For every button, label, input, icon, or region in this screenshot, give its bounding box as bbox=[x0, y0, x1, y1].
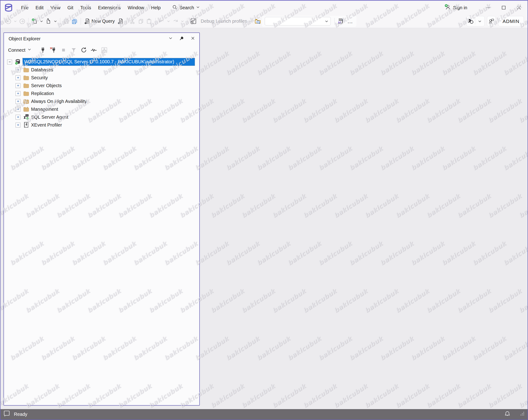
expand-expander[interactable] bbox=[15, 75, 20, 80]
object-explorer-toolbar: Connect bbox=[4, 45, 199, 56]
chevron-down-icon[interactable] bbox=[196, 5, 200, 11]
pin-icon[interactable] bbox=[180, 36, 184, 41]
sign-in-label: Sign in bbox=[453, 5, 467, 11]
tree-row-server-objects[interactable]: Server Objects bbox=[4, 82, 199, 89]
toolbar-separator bbox=[81, 18, 81, 25]
tree-node-label[interactable]: Security bbox=[31, 75, 48, 80]
connect-button[interactable]: Connect bbox=[8, 48, 25, 53]
sign-in-button[interactable]: Sign in bbox=[444, 4, 467, 12]
sql-server-agent-icon bbox=[23, 114, 30, 120]
people-icon[interactable] bbox=[467, 17, 475, 26]
new-query-icon[interactable] bbox=[83, 17, 91, 26]
connect-chevron-icon[interactable] bbox=[27, 48, 32, 53]
xevent-profiler-icon bbox=[23, 122, 30, 128]
collapse-expander[interactable] bbox=[7, 60, 12, 64]
expand-expander[interactable] bbox=[15, 99, 20, 104]
expand-expander[interactable] bbox=[15, 115, 20, 120]
navigate-forward-button[interactable] bbox=[18, 17, 26, 26]
filter-button[interactable] bbox=[69, 46, 78, 54]
server-node-label[interactable]: W25SQL25NOD1 (SQL Server 17.0.1000.7 - B… bbox=[23, 58, 195, 66]
tree-row-management[interactable]: Management bbox=[4, 105, 199, 113]
feedback-button[interactable] bbox=[487, 16, 496, 26]
notifications-bell-icon[interactable] bbox=[504, 410, 511, 418]
tree-row-replication[interactable]: Replication bbox=[4, 89, 199, 97]
expand-expander[interactable] bbox=[15, 107, 20, 112]
object-explorer-tree: W25SQL25NOD1 (SQL Server 17.0.1000.7 - B… bbox=[4, 56, 199, 129]
new-file-chevron[interactable] bbox=[39, 17, 44, 26]
available-databases-combobox[interactable] bbox=[265, 17, 331, 25]
window-position-chevron-icon[interactable] bbox=[168, 36, 173, 41]
tree-row-sql-server-agent[interactable]: SQL Server Agent bbox=[4, 113, 199, 121]
panel-title: Object Explorer bbox=[9, 36, 41, 41]
maximize-button[interactable] bbox=[496, 2, 511, 13]
resize-grip[interactable] bbox=[519, 411, 525, 418]
open-file-chevron[interactable] bbox=[53, 17, 58, 26]
object-explorer-details-button[interactable] bbox=[100, 46, 109, 54]
menu-git[interactable]: Git bbox=[64, 3, 77, 12]
close-button[interactable] bbox=[511, 2, 527, 13]
close-panel-icon[interactable] bbox=[191, 36, 195, 41]
minimize-button[interactable] bbox=[481, 2, 496, 13]
object-explorer-panel: Object Explorer bbox=[3, 33, 200, 406]
tree-node-label[interactable]: Always On High Availability bbox=[31, 99, 87, 104]
account-button[interactable]: ADMIN bbox=[498, 16, 524, 26]
toolbar-separator bbox=[335, 18, 335, 25]
stop-button[interactable] bbox=[59, 46, 68, 54]
menu-file[interactable]: File bbox=[18, 3, 32, 12]
refresh-button[interactable] bbox=[79, 46, 89, 54]
paste-button[interactable] bbox=[145, 17, 154, 26]
copy-button[interactable] bbox=[137, 17, 145, 26]
activity-monitor-button[interactable] bbox=[189, 17, 197, 26]
tree-node-label[interactable]: SQL Server Agent bbox=[31, 115, 68, 120]
status-message: Ready bbox=[14, 412, 27, 417]
undo-button[interactable] bbox=[157, 17, 166, 26]
expand-expander[interactable] bbox=[15, 83, 20, 88]
debug-profiles-chevron[interactable] bbox=[248, 17, 253, 26]
cut-button[interactable] bbox=[128, 17, 137, 26]
save-button[interactable] bbox=[62, 17, 71, 26]
menu-help[interactable]: Help bbox=[148, 3, 164, 12]
toolbar-separator bbox=[126, 18, 127, 25]
toolbar-separator bbox=[155, 18, 156, 25]
object-explorer-titlebar[interactable]: Object Explorer bbox=[4, 33, 199, 45]
new-query-button[interactable]: New Query bbox=[92, 19, 115, 24]
menu-extensions[interactable]: Extensions bbox=[95, 3, 124, 12]
undo-chevron[interactable] bbox=[166, 17, 171, 26]
expand-expander[interactable] bbox=[15, 67, 20, 72]
debug-launch-profiles-dropdown[interactable]: Debug Launch profiles bbox=[201, 19, 247, 24]
menu-tools[interactable]: Tools bbox=[77, 3, 95, 12]
live-share-split-button[interactable] bbox=[466, 16, 485, 26]
search-box[interactable]: Search bbox=[172, 4, 200, 11]
tree-node-label[interactable]: Management bbox=[31, 107, 58, 112]
open-file-button[interactable] bbox=[44, 17, 53, 26]
navigate-back-chevron[interactable] bbox=[12, 17, 18, 26]
expand-expander[interactable] bbox=[15, 91, 20, 96]
tree-row-server[interactable]: W25SQL25NOD1 (SQL Server 17.0.1000.7 - B… bbox=[4, 58, 199, 66]
toolbar-overflow-button[interactable]: … bbox=[345, 18, 356, 24]
navigate-back-button[interactable] bbox=[4, 17, 12, 26]
tree-node-label[interactable]: Databases bbox=[31, 67, 53, 72]
new-query-current-connection-icon[interactable] bbox=[116, 17, 124, 26]
new-file-button[interactable] bbox=[30, 17, 39, 26]
menu-view[interactable]: View bbox=[47, 3, 64, 12]
vs-database-icon[interactable] bbox=[336, 17, 345, 26]
tree-row-databases[interactable]: Databases bbox=[4, 66, 199, 74]
activity-pulse-button[interactable] bbox=[89, 46, 99, 54]
redo-button[interactable] bbox=[171, 17, 180, 26]
redo-chevron[interactable] bbox=[180, 17, 185, 26]
connect-object-explorer-button[interactable] bbox=[38, 46, 48, 54]
menu-window[interactable]: Window bbox=[124, 3, 148, 12]
save-all-button[interactable] bbox=[71, 17, 79, 26]
live-share-chevron[interactable] bbox=[475, 17, 484, 26]
expand-expander[interactable] bbox=[15, 123, 20, 128]
tree-row-security[interactable]: Security bbox=[4, 74, 199, 82]
tree-row-xevent-profiler[interactable]: XEvent Profiler bbox=[4, 121, 199, 129]
tree-node-label[interactable]: Server Objects bbox=[31, 83, 62, 88]
disconnect-object-explorer-button[interactable] bbox=[49, 46, 58, 54]
tree-row-always-on[interactable]: Always On High Availability bbox=[4, 97, 199, 105]
menu-edit[interactable]: Edit bbox=[32, 3, 47, 12]
feedback-person-icon bbox=[487, 17, 495, 26]
object-search-button[interactable] bbox=[253, 17, 262, 26]
tree-node-label[interactable]: Replication bbox=[31, 91, 54, 96]
tree-node-label[interactable]: XEvent Profiler bbox=[31, 122, 62, 128]
